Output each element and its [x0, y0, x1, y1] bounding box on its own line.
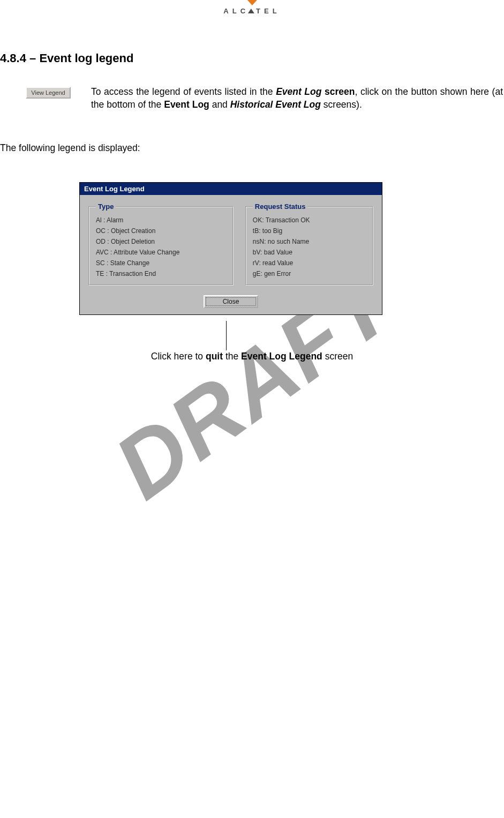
type-group: Type Al : Alarm OC : Object Creation OD … — [88, 202, 234, 286]
type-item: SC : State Change — [96, 258, 226, 268]
intro-paragraph: To access the legend of events listed in… — [91, 86, 504, 111]
followup-text: The following legend is displayed: — [0, 142, 140, 154]
type-item: Al : Alarm — [96, 215, 226, 226]
type-item: OD : Object Deletion — [96, 236, 226, 247]
status-item: tB: too Big — [253, 226, 366, 236]
request-status-group-label: Request Status — [253, 202, 308, 211]
logo-triangle-up-icon — [248, 9, 254, 13]
status-item: nsN: no such Name — [253, 236, 366, 247]
callout-line — [226, 321, 227, 350]
event-log-legend-dialog: Event Log Legend Type Al : Alarm OC : Ob… — [79, 182, 382, 315]
type-item: OC : Object Creation — [96, 226, 226, 236]
logo-triangle-down-icon — [247, 0, 257, 5]
request-status-group: Request Status OK: Transaction OK tB: to… — [245, 202, 373, 286]
callout-caption: Click here to quit the Event Log Legend … — [0, 351, 504, 362]
status-item: gE: gen Error — [253, 268, 366, 279]
type-group-label: Type — [96, 202, 116, 211]
status-item: bV: bad Value — [253, 247, 366, 258]
brand-logo: ALC TEL — [223, 0, 280, 15]
close-button[interactable]: Close — [204, 295, 259, 308]
type-item: TE : Transaction End — [96, 268, 226, 279]
status-item: rV: read Value — [253, 258, 366, 268]
section-heading: 4.8.4 – Event log legend — [0, 51, 133, 65]
status-item: OK: Transaction OK — [253, 215, 366, 226]
dialog-titlebar: Event Log Legend — [80, 183, 382, 195]
type-item: AVC : Attribute Value Change — [96, 247, 226, 258]
view-legend-button[interactable]: View Legend — [26, 87, 71, 99]
